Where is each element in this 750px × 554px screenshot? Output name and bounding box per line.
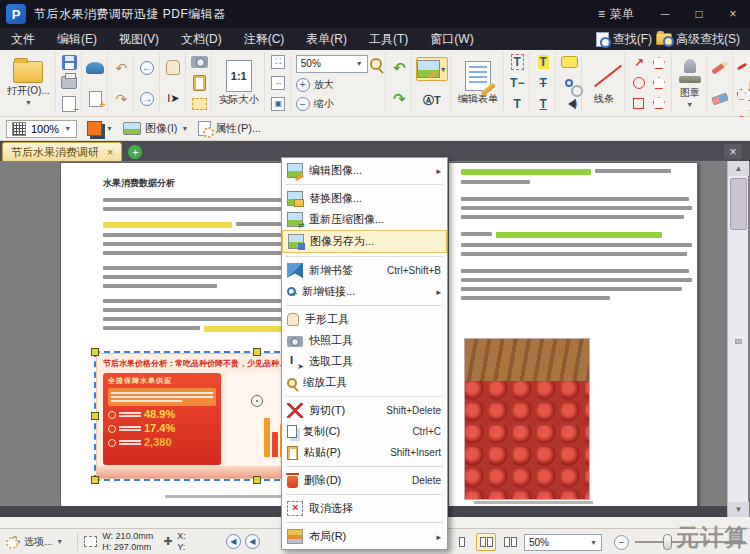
distance-tool-button[interactable]: 距离 <box>737 52 750 80</box>
fit-visible-button[interactable]: ▣ <box>269 95 288 113</box>
select-tool-button[interactable]: I➤ <box>164 90 183 108</box>
context-menu-item-save-image-as[interactable]: 图像另存为... <box>282 230 447 253</box>
note-comment-button[interactable] <box>560 53 579 71</box>
new-tab-button[interactable]: + <box>128 145 142 159</box>
tabbar-close-button[interactable]: × <box>724 144 742 159</box>
single-page-layout-button[interactable] <box>452 533 472 551</box>
rotate-left-button[interactable]: ↶ <box>390 59 409 77</box>
tab-close-icon[interactable]: × <box>107 146 113 158</box>
find-button[interactable]: 查找(F) <box>596 31 652 48</box>
two-page-layout-button-active[interactable] <box>476 533 496 551</box>
vertical-scrollbar-thumb[interactable] <box>730 178 747 230</box>
undo-button[interactable]: ↶ <box>112 59 131 77</box>
context-menu-item-edit-image[interactable]: 编辑图像... ▸ <box>282 160 447 181</box>
close-button[interactable]: × <box>716 0 750 28</box>
fit-page-button[interactable]: ⛶ <box>269 53 288 71</box>
menu-file[interactable]: 文件 <box>0 28 46 50</box>
zoom-slider-minus-icon[interactable]: − <box>614 535 629 550</box>
rectangle-shape-button[interactable] <box>629 93 649 113</box>
vertical-scrollbar[interactable]: ▲ ▼ <box>727 161 748 517</box>
typewriter-button[interactable]: T <box>508 95 527 113</box>
edit-image-tool-button-active[interactable]: ▼ <box>416 57 448 81</box>
snapshot-camera-button[interactable] <box>190 53 209 71</box>
perimeter-tool-button[interactable]: 周长 <box>737 80 750 108</box>
rotate-right-button[interactable]: ↷ <box>390 90 409 108</box>
menu-form[interactable]: 表单(R) <box>295 28 358 50</box>
forward-view-button[interactable]: → <box>138 90 157 108</box>
context-menu-item-recompress-image[interactable]: 重新压缩图像... <box>282 209 447 230</box>
pdf-page-right[interactable] <box>448 162 698 517</box>
menu-document[interactable]: 文档(D) <box>170 28 233 50</box>
pentagon-shape-button[interactable] <box>649 73 669 93</box>
color-swatch-dropdown[interactable]: ▼ <box>87 121 113 136</box>
link-button[interactable] <box>560 74 579 92</box>
marquee-zoom-icon[interactable] <box>370 58 382 70</box>
context-menu-item-paste[interactable]: 粘贴(P) Shift+Insert <box>282 442 447 463</box>
tab-active-document[interactable]: 节后水果消费调研 × <box>2 142 122 161</box>
print-button[interactable] <box>60 74 79 92</box>
redo-button[interactable]: ↷ <box>112 90 131 108</box>
polygon-shape-button[interactable] <box>649 53 669 73</box>
context-menu-item-zoom-tool[interactable]: 缩放工具 <box>282 372 447 393</box>
ellipse-shape-button[interactable] <box>629 73 649 93</box>
eraser-tool-button[interactable] <box>711 90 730 108</box>
context-menu-item-deselect[interactable]: 取消选择 <box>282 498 447 519</box>
export-button[interactable] <box>60 95 79 113</box>
signature-stamp-button[interactable] <box>86 59 105 77</box>
fit-width-button[interactable]: ↔ <box>269 74 288 92</box>
previous-page-button[interactable]: ◀ <box>245 534 260 549</box>
open-button[interactable]: 打开(O)... ▼ <box>4 60 53 107</box>
actual-size-button[interactable]: 1:1 实际大小 <box>216 59 262 108</box>
context-menu-item-replace-image[interactable]: 替换图像... <box>282 188 447 209</box>
edit-form-button[interactable]: 编辑表单 <box>455 60 501 107</box>
context-menu-item-snapshot-tool[interactable]: 快照工具 <box>282 330 447 351</box>
pencil-tool-button[interactable] <box>711 59 730 77</box>
context-menu-item-add-bookmark[interactable]: 新增书签 Ctrl+Shift+B <box>282 260 447 281</box>
minimize-button[interactable]: ─ <box>648 0 682 28</box>
new-page-button[interactable] <box>86 90 105 108</box>
context-menu-item-copy[interactable]: 复制(C) Ctrl+C <box>282 421 447 442</box>
zoom-slider-thumb[interactable] <box>663 534 672 550</box>
line-tool-button[interactable]: 线条 <box>586 60 622 107</box>
back-view-button[interactable]: ← <box>138 59 157 77</box>
options-dropdown[interactable]: 选项... ▼ <box>0 535 71 549</box>
statusbar-zoom-dropdown[interactable]: 50% ▼ <box>524 534 602 551</box>
underline-text-button[interactable]: T <box>534 95 553 113</box>
menu-tools[interactable]: 工具(T) <box>358 28 419 50</box>
highlight-text-button[interactable]: T <box>534 53 553 71</box>
maximize-button[interactable]: □ <box>682 0 716 28</box>
hand-tool-button[interactable] <box>164 59 183 77</box>
image-dropdown[interactable]: 图像(I) ▼ <box>123 121 188 136</box>
apples-photo-image[interactable] <box>464 338 590 500</box>
zoom-in-button[interactable]: +放大 <box>296 78 382 92</box>
menu-window[interactable]: 窗口(W) <box>419 28 484 50</box>
cloud-shape-button[interactable] <box>649 93 669 113</box>
advanced-find-button[interactable]: 高级查找(S) <box>656 31 740 48</box>
arrow-shape-button[interactable]: ↗ <box>629 53 649 73</box>
edit-text-tool-button[interactable]: ⒶT <box>422 91 441 109</box>
context-menu-item-layout[interactable]: 布局(R) ▸ <box>282 526 447 547</box>
capture-button[interactable] <box>190 95 209 113</box>
menu-edit[interactable]: 编辑(E) <box>46 28 108 50</box>
context-menu-item-add-link[interactable]: 新增链接... ▸ <box>282 281 447 302</box>
context-menu-item-hand-tool[interactable]: 手形工具 <box>282 309 447 330</box>
strikethrough-text-button[interactable]: T <box>534 74 553 92</box>
scroll-up-arrow-icon[interactable]: ▲ <box>728 161 749 176</box>
stamp-button[interactable]: 图章 ▼ <box>676 58 704 109</box>
menu-view[interactable]: 视图(V) <box>108 28 170 50</box>
textbox-tool-button[interactable]: T <box>508 53 527 71</box>
continuous-layout-button[interactable] <box>500 533 520 551</box>
properties-button[interactable]: 属性(P)... <box>198 121 261 136</box>
hamburger-menu-button[interactable]: ≡菜单 <box>584 0 648 28</box>
context-menu-item-delete[interactable]: 删除(D) Delete <box>282 470 447 491</box>
save-button[interactable] <box>60 53 79 71</box>
first-page-button[interactable]: ◀ <box>226 534 241 549</box>
opacity-dropdown[interactable]: 100% ▼ <box>6 120 77 138</box>
text-callout-button[interactable]: T− <box>508 74 527 92</box>
audio-button[interactable] <box>560 95 579 113</box>
menu-comment[interactable]: 注释(C) <box>233 28 296 50</box>
context-menu-item-cut[interactable]: 剪切(T) Shift+Delete <box>282 400 447 421</box>
scroll-down-arrow-icon[interactable]: ▼ <box>728 502 749 517</box>
zoom-out-button[interactable]: −缩小 <box>296 97 382 111</box>
scrollbar-split-marker[interactable] <box>735 339 742 344</box>
